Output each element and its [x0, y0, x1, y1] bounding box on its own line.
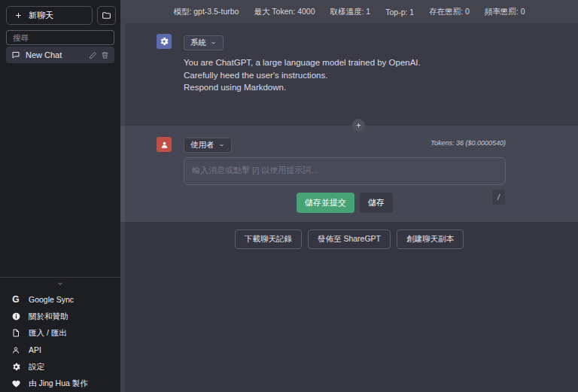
- system-message-text[interactable]: You are ChatGPT, a large language model …: [184, 56, 515, 94]
- plus-icon: [14, 11, 23, 20]
- sidebar-item-label: API: [29, 345, 41, 354]
- gear-icon: [11, 362, 21, 372]
- duplicate-chat-button[interactable]: 創建聊天副本: [397, 229, 464, 249]
- system-avatar: [157, 34, 172, 49]
- sidebar-item-about[interactable]: 關於和贊助: [0, 308, 120, 324]
- sidebar-item-credits[interactable]: 由 Jing Hua 製作: [0, 375, 120, 392]
- message-input[interactable]: [184, 157, 506, 185]
- heart-icon: [11, 379, 21, 388]
- sidebar-item-label: Google Sync: [29, 295, 74, 304]
- main-area: 模型: gpt-3.5-turbo 最大 Token: 4000 取樣溫度: 1…: [120, 0, 578, 392]
- sidebar-menu: G Google Sync 關於和贊助 匯入 / 匯出 API: [0, 291, 120, 392]
- new-folder-button[interactable]: [97, 6, 116, 25]
- chat-actions: 下載聊天記錄 發佈至 ShareGPT 創建聊天副本: [120, 229, 578, 249]
- config-topbar: 模型: gpt-3.5-turbo 最大 Token: 4000 取樣溫度: 1…: [120, 0, 578, 23]
- presence-penalty-config[interactable]: 存在懲罰: 0: [429, 7, 470, 17]
- delete-icon[interactable]: [101, 51, 109, 59]
- edit-icon[interactable]: [89, 51, 97, 59]
- gear-icon: [159, 36, 169, 47]
- slash-shortcut-key[interactable]: /: [492, 190, 505, 205]
- frequency-penalty-config[interactable]: 頻率懲罰: 0: [485, 7, 525, 17]
- role-label: 系統: [190, 38, 206, 48]
- top-p-config[interactable]: Top-p: 1: [385, 8, 414, 17]
- save-button[interactable]: 儲存: [360, 193, 393, 213]
- sidebar-item-settings[interactable]: 設定: [0, 359, 120, 375]
- system-line: Respond using Markdown.: [184, 81, 515, 94]
- temperature-config[interactable]: 取樣溫度: 1: [330, 7, 371, 17]
- user-composer-block: 使用者 Tokens: 36 ($0.0000540) 儲存並提交 儲存 /: [120, 126, 578, 222]
- token-count: Tokens: 36 ($0.0000540): [430, 139, 506, 147]
- share-gpt-button[interactable]: 發佈至 ShareGPT: [308, 229, 391, 249]
- model-config[interactable]: 模型: gpt-3.5-turbo: [173, 7, 239, 17]
- save-submit-button[interactable]: 儲存並提交: [297, 193, 354, 213]
- person-icon: [11, 345, 21, 355]
- info-icon: [11, 311, 21, 321]
- app-window: 新聊天 New Chat: [0, 0, 578, 392]
- sidebar-item-google-sync[interactable]: G Google Sync: [0, 291, 120, 308]
- system-line: You are ChatGPT, a large language model …: [184, 56, 515, 69]
- user-avatar: [157, 137, 172, 152]
- sidebar-item-api[interactable]: API: [0, 342, 120, 358]
- google-icon: G: [11, 294, 21, 305]
- person-icon: [160, 140, 169, 150]
- sidebar-item-import-export[interactable]: 匯入 / 匯出: [0, 325, 120, 342]
- chevron-down-icon: [218, 142, 225, 148]
- system-line: Carefully heed the user's instructions.: [184, 69, 515, 82]
- system-role-selector[interactable]: 系統: [184, 35, 224, 50]
- chat-item-title: New Chat: [26, 50, 84, 59]
- sidebar: 新聊天 New Chat: [0, 0, 120, 392]
- search-input[interactable]: [6, 30, 114, 45]
- composer-actions: 儲存並提交 儲存: [184, 193, 506, 213]
- chevron-down-icon: [210, 40, 217, 46]
- new-chat-label: 新聊天: [29, 10, 53, 21]
- new-chat-button[interactable]: 新聊天: [6, 6, 93, 25]
- insert-message-button[interactable]: [352, 119, 365, 132]
- sidebar-item-label: 關於和贊助: [29, 311, 68, 322]
- plus-icon: [355, 122, 362, 129]
- user-role-selector[interactable]: 使用者: [184, 138, 232, 153]
- chat-bubble-icon: [11, 50, 20, 59]
- download-chat-button[interactable]: 下載聊天記錄: [235, 229, 302, 249]
- collapse-menu-button[interactable]: [0, 279, 120, 288]
- role-label: 使用者: [190, 140, 214, 150]
- main-left-strip: [120, 23, 125, 392]
- import-export-icon: [11, 328, 21, 338]
- system-message-block: 系統 You are ChatGPT, a large language mod…: [120, 23, 578, 126]
- chevron-down-icon: [56, 280, 65, 287]
- chat-history-item[interactable]: New Chat: [6, 47, 114, 63]
- max-token-config[interactable]: 最大 Token: 4000: [254, 7, 315, 17]
- sidebar-item-label: 由 Jing Hua 製作: [29, 378, 88, 389]
- sidebar-item-label: 匯入 / 匯出: [29, 328, 67, 339]
- folder-icon: [102, 11, 111, 20]
- sidebar-divider: [0, 277, 120, 278]
- sidebar-item-label: 設定: [29, 362, 44, 372]
